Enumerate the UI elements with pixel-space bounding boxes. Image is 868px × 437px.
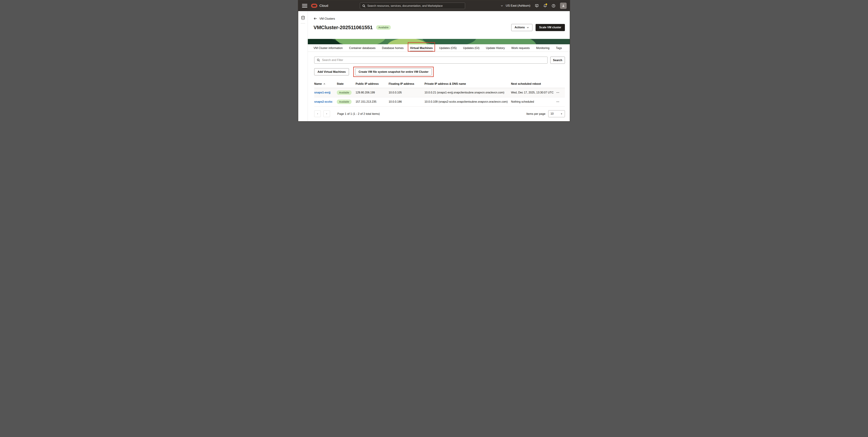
vm-private-ip-dns: 10.0.0.21 (snaps1-evrjj.snapclientsubne.…: [425, 88, 511, 97]
breadcrumb: VM Clusters: [308, 11, 570, 21]
column-header-name[interactable]: Name: [314, 81, 337, 88]
column-header-private-ip: Private IP address & DNS name: [425, 81, 511, 88]
table-header-row: Name State Public IP address Floating IP…: [314, 81, 565, 88]
actions-button-label: Actions: [515, 26, 525, 29]
brand-label: Cloud: [319, 4, 328, 8]
create-vm-snapshot-button[interactable]: Create VM file system snapshot for entir…: [355, 68, 432, 76]
actions-button[interactable]: Actions: [511, 24, 532, 31]
search-and-filter-field[interactable]: [314, 57, 548, 64]
sort-ascending-icon: [323, 83, 326, 85]
help-icon[interactable]: [552, 4, 556, 8]
items-per-page: Items per page 10: [526, 110, 565, 117]
database-icon[interactable]: [301, 16, 305, 21]
vm-floating-ip: 10.0.0.186: [389, 97, 425, 107]
vm-public-ip: 129.80.206.199: [355, 88, 389, 97]
column-header-reboot: Next scheduled reboot: [511, 81, 556, 88]
vm-state-badge: Available: [337, 99, 351, 104]
title-actions: Actions Scale VM cluster: [511, 24, 565, 31]
breadcrumb-vm-clusters-link[interactable]: VM Clusters: [319, 17, 335, 20]
row-actions-menu-icon[interactable]: [556, 91, 559, 94]
tab-work-requests[interactable]: Work requests: [511, 44, 530, 52]
items-per-page-label: Items per page: [526, 112, 546, 116]
console-monitor-icon[interactable]: [535, 4, 539, 8]
items-per-page-select[interactable]: 10: [548, 110, 565, 117]
table-row: snaps2-scckx Available 157.151.213.235 1…: [314, 97, 565, 107]
tab-vm-cluster-information[interactable]: VM Cluster information: [313, 44, 343, 52]
tab-update-history[interactable]: Update History: [486, 44, 505, 52]
search-icon: [362, 4, 366, 8]
chevron-down-icon: [527, 26, 529, 29]
scale-vm-cluster-button[interactable]: Scale VM cluster: [535, 24, 565, 31]
tab-container-databases[interactable]: Container databases: [349, 44, 375, 52]
region-label: US East (Ashburn): [506, 4, 530, 7]
brand[interactable]: Cloud: [311, 4, 328, 8]
search-and-filter-input[interactable]: [322, 59, 545, 62]
page-summary: Page 1 of 1 (1 - 2 of 2 total items): [337, 112, 380, 116]
action-buttons-row: Add Virtual Machines Create VM file syst…: [314, 68, 565, 76]
chevron-right-icon: [326, 113, 328, 115]
tab-virtual-machines-label: Virtual Machines: [410, 47, 433, 50]
chevron-left-icon: [316, 113, 319, 115]
tab-updates-os[interactable]: Updates (OS): [439, 44, 457, 52]
top-header: Cloud US East (Ashburn): [298, 0, 570, 11]
user-avatar[interactable]: [560, 3, 567, 9]
tab-monitoring[interactable]: Monitoring: [536, 44, 550, 52]
column-header-floating-ip: Floating IP address: [389, 81, 425, 88]
tab-database-homes[interactable]: Database homes: [382, 44, 404, 52]
sidebar-divider: [301, 23, 305, 24]
column-header-actions: [556, 81, 565, 88]
tab-bar: VM Cluster information Container databas…: [308, 44, 570, 52]
vm-table: Name State Public IP address Floating IP…: [314, 81, 565, 107]
region-selector[interactable]: US East (Ashburn): [500, 4, 530, 7]
vm-public-ip: 157.151.213.235: [355, 97, 389, 107]
row-actions-menu-icon[interactable]: [556, 100, 559, 104]
global-search-input[interactable]: [367, 4, 463, 7]
status-badge: Available: [376, 25, 391, 30]
tab-tags[interactable]: Tags: [556, 44, 562, 52]
global-search[interactable]: [360, 3, 465, 9]
tab-content: Search Add Virtual Machines Create VM fi…: [308, 52, 570, 121]
header-actions: US East (Ashburn): [500, 3, 567, 9]
add-virtual-machines-button[interactable]: Add Virtual Machines: [314, 68, 349, 76]
pagination: Page 1 of 1 (1 - 2 of 2 total items) Ite…: [314, 110, 565, 120]
vm-next-reboot: Nothing scheduled: [511, 97, 556, 107]
page-title: VMCluster-202511061551: [313, 25, 373, 30]
decorative-banner: [308, 39, 570, 44]
vm-name-link[interactable]: snaps2-scckx: [314, 100, 333, 103]
vm-next-reboot: Wed, Dec 17, 2025, 13:30:07 UTC: [511, 88, 556, 97]
tab-virtual-machines[interactable]: Virtual Machines: [410, 44, 433, 52]
table-row: snaps1-evrjj Available 129.80.206.199 10…: [314, 88, 565, 97]
vm-name-link[interactable]: snaps1-evrjj: [314, 91, 330, 94]
vm-state-badge: Available: [337, 90, 351, 95]
app-window: Cloud US East (Ashburn): [298, 0, 570, 122]
back-arrow-icon[interactable]: [313, 17, 317, 21]
search-icon: [317, 58, 320, 62]
title-row: VMCluster-202511061551 Available Actions…: [308, 21, 570, 32]
previous-page-button[interactable]: [314, 111, 321, 117]
person-icon: [562, 4, 565, 7]
caret-down-icon: [560, 113, 563, 115]
column-header-state: State: [337, 81, 355, 88]
vm-floating-ip: 10.0.0.105: [389, 88, 425, 97]
filter-row: Search: [314, 57, 565, 64]
left-sidebar: [298, 11, 308, 121]
tab-updates-gi[interactable]: Updates (GI): [463, 44, 479, 52]
search-button[interactable]: Search: [550, 57, 565, 64]
main-area: VM Clusters VMCluster-202511061551 Avail…: [308, 11, 570, 121]
column-header-public-ip: Public IP address: [355, 81, 389, 88]
next-page-button[interactable]: [323, 111, 330, 117]
hamburger-menu-icon[interactable]: [302, 4, 307, 8]
vm-private-ip-dns: 10.0.0.109 (snaps2-scckx.snapclientsubne…: [425, 97, 511, 107]
oracle-logo-icon: [311, 4, 317, 8]
chevron-down-icon: [500, 4, 503, 7]
items-per-page-value: 10: [551, 112, 554, 115]
notification-badge: [546, 3, 547, 5]
notifications-bell-icon[interactable]: [543, 4, 547, 8]
